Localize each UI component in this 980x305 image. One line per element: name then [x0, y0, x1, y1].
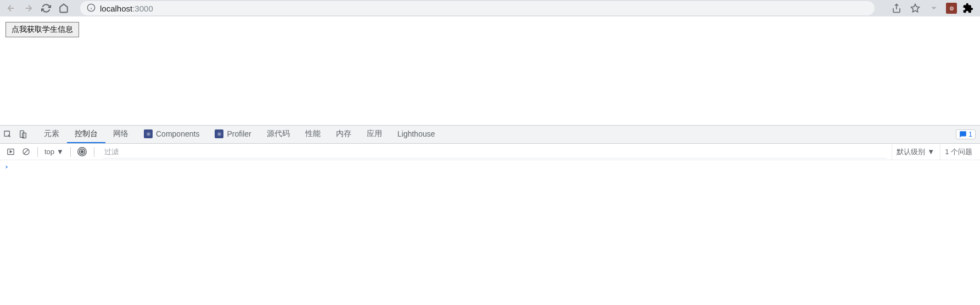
- nav-back-button[interactable]: [4, 2, 18, 15]
- devtools-tab-应用[interactable]: 应用: [359, 126, 390, 143]
- log-level-label: 默认级别: [897, 147, 925, 157]
- tab-label: 元素: [44, 129, 59, 139]
- context-selector[interactable]: top ▼: [42, 148, 66, 156]
- react-icon: ⚛: [215, 129, 223, 138]
- home-button[interactable]: [57, 2, 70, 15]
- url-text: localhost:3000: [100, 4, 153, 13]
- console-prompt-icon: ›: [4, 162, 9, 171]
- devtools-panel: 元素控制台网络⚛Components⚛Profiler源代码性能内存应用Ligh…: [0, 125, 980, 305]
- context-label: top: [44, 148, 54, 156]
- tab-label: Components: [156, 129, 199, 138]
- live-expression-button[interactable]: [75, 145, 89, 159]
- devtools-tab-内存[interactable]: 内存: [328, 126, 359, 143]
- separator: [94, 147, 94, 157]
- tab-label: 内存: [336, 129, 351, 139]
- devtools-tab-性能[interactable]: 性能: [298, 126, 328, 143]
- nav-forward-button[interactable]: [22, 2, 35, 15]
- svg-marker-9: [10, 151, 12, 153]
- bookmark-button[interactable]: [909, 2, 922, 15]
- devtools-tab-components[interactable]: ⚛Components: [136, 126, 207, 143]
- console-filter-input[interactable]: [103, 145, 886, 159]
- console-toolbar: top ▼ 默认级别 ▼ 1 个问题: [0, 144, 980, 160]
- toolbar-right: ⚙: [890, 2, 976, 15]
- devtools-tab-源代码[interactable]: 源代码: [259, 126, 298, 143]
- separator: [37, 147, 38, 157]
- site-info-icon[interactable]: [87, 3, 96, 14]
- filter-container: [103, 145, 886, 159]
- toggle-sidebar-button[interactable]: [3, 145, 18, 159]
- devtools-tab-网络[interactable]: 网络: [105, 126, 136, 143]
- devtools-tab-元素[interactable]: 元素: [36, 126, 67, 143]
- issues-count: 1: [968, 131, 972, 138]
- separator: [70, 147, 71, 157]
- clear-console-button[interactable]: [19, 145, 33, 159]
- page-content: 点我获取学生信息: [0, 16, 980, 125]
- address-bar[interactable]: localhost:3000: [80, 1, 875, 15]
- issues-badge[interactable]: 1: [956, 129, 976, 139]
- svg-line-11: [24, 150, 28, 154]
- react-icon: ⚛: [144, 129, 153, 138]
- devtools-header: 元素控制台网络⚛Components⚛Profiler源代码性能内存应用Ligh…: [0, 126, 980, 144]
- problems-label: 1 个问题: [945, 147, 972, 157]
- log-level-dropdown[interactable]: 默认级别 ▼: [892, 144, 939, 160]
- devtools-tab-profiler[interactable]: ⚛Profiler: [207, 126, 259, 143]
- svg-marker-4: [911, 4, 920, 12]
- get-student-info-button[interactable]: 点我获取学生信息: [5, 22, 79, 37]
- svg-point-12: [81, 150, 83, 152]
- problems-counter[interactable]: 1 个问题: [940, 144, 977, 160]
- inspect-element-button[interactable]: [0, 126, 15, 144]
- tab-label: 控制台: [75, 129, 98, 139]
- tab-label: 应用: [367, 129, 382, 139]
- tab-label: Lighthouse: [397, 129, 435, 138]
- tab-label: Profiler: [227, 129, 251, 138]
- arrow-down-icon[interactable]: [927, 2, 940, 15]
- console-body[interactable]: ›: [0, 160, 980, 305]
- devtools-tab-控制台[interactable]: 控制台: [67, 126, 105, 143]
- devtools-tab-lighthouse[interactable]: Lighthouse: [390, 126, 443, 143]
- share-button[interactable]: [890, 2, 903, 15]
- tab-label: 源代码: [267, 129, 290, 139]
- browser-toolbar: localhost:3000 ⚙: [0, 0, 980, 16]
- dropdown-arrow-icon: ▼: [927, 148, 934, 156]
- devtools-tabs: 元素控制台网络⚛Components⚛Profiler源代码性能内存应用Ligh…: [36, 126, 443, 143]
- device-toolbar-button[interactable]: [15, 126, 31, 144]
- tab-label: 网络: [113, 129, 128, 139]
- tab-label: 性能: [305, 129, 321, 139]
- reload-button[interactable]: [40, 2, 53, 15]
- dropdown-arrow-icon: ▼: [57, 148, 64, 156]
- extensions-button[interactable]: [962, 3, 973, 14]
- extension-icon-1[interactable]: ⚙: [946, 3, 957, 14]
- devtools-header-right: 1: [956, 129, 980, 139]
